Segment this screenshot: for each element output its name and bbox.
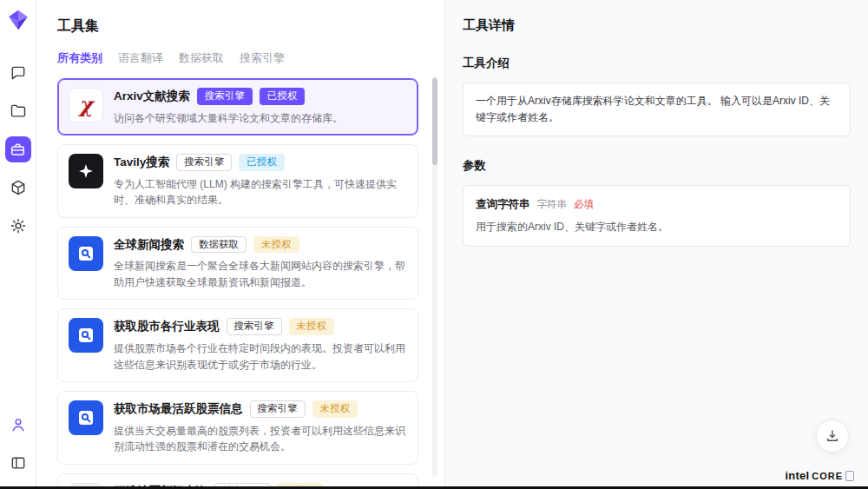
intel-wordmark: intel: [785, 469, 809, 482]
detail-title: 工具详情: [463, 17, 851, 34]
tool-title: 获取市场最活跃股票信息: [114, 401, 243, 417]
panel-toggle-icon[interactable]: [5, 450, 31, 476]
tool-card-stock-sectors[interactable]: 获取股市各行业表现 搜索引擎 未授权 提供股票市场各个行业在特定时间段内的表现。…: [57, 308, 418, 382]
params-section-label: 参数: [463, 158, 851, 174]
intro-section-label: 工具介绍: [463, 56, 851, 71]
list-scrollbar[interactable]: [432, 76, 437, 477]
tool-description: 访问各个研究领域大量科学论文和文章的存储库。: [114, 110, 407, 127]
app-window: 工具集 所有类别 语言翻译 数据获取 搜索引擎 χ Arxiv文献搜索 搜索引擎…: [0, 0, 868, 489]
param-type: 字符串: [537, 196, 568, 212]
auth-badge: 未授权: [312, 400, 358, 418]
download-button[interactable]: [816, 420, 849, 453]
param-required-flag: 必填: [574, 196, 594, 212]
download-icon: [825, 428, 840, 444]
param-description: 用于搜索的Arxiv ID、关键字或作者姓名。: [476, 219, 838, 235]
arxiv-icon: χ: [69, 88, 103, 122]
page-title: 工具集: [57, 17, 418, 36]
global-news-icon: [69, 236, 103, 271]
tool-card-tavily[interactable]: Tavily搜索 搜索引擎 已授权 专为人工智能代理 (LLM) 构建的搜索引擎…: [57, 144, 418, 218]
tool-description: 提供股票市场各个行业在特定时间段内的表现。投资者可以利用这些信息来识别表现优于或…: [114, 340, 407, 373]
category-badge: 搜索引擎: [250, 400, 306, 418]
auth-badge: 未授权: [253, 236, 299, 254]
tool-title: 获取股市各行业表现: [114, 319, 220, 334]
param-box: 查询字符串 字符串 必填 用于搜索的Arxiv ID、关键字或作者姓名。: [463, 185, 851, 246]
auth-badge: 未授权: [289, 318, 335, 335]
app-logo-icon: [7, 9, 30, 31]
intel-core-logo: intel CORE: [785, 469, 854, 482]
tool-description: 全球新闻搜索是一个聚合全球各大新闻网站内容的搜索引擎，帮助用户快速获取全球最新资…: [114, 258, 407, 290]
user-icon[interactable]: [5, 412, 31, 438]
tavily-icon: [69, 154, 103, 188]
tab-data-fetch[interactable]: 数据获取: [179, 50, 224, 66]
tool-title: Tavily搜索: [114, 155, 169, 170]
category-badge: 搜索引擎: [197, 88, 253, 105]
tool-card-global-news[interactable]: 全球新闻搜索 数据获取 未授权 全球新闻搜索是一个聚合全球各大新闻网站内容的搜索…: [57, 227, 418, 301]
gear-icon[interactable]: [5, 213, 31, 239]
tab-search-engine[interactable]: 搜索引擎: [240, 50, 285, 66]
chat-icon[interactable]: [5, 60, 31, 86]
category-badge: 数据获取: [191, 236, 247, 254]
auth-badge: 已授权: [239, 154, 285, 171]
sidebar-rail: [0, 0, 36, 489]
category-badge: 搜索引擎: [176, 154, 232, 171]
stock-sector-icon: [69, 318, 103, 353]
briefcase-icon[interactable]: [5, 136, 31, 162]
tab-all-categories[interactable]: 所有类别: [57, 50, 102, 66]
intel-chip-badge: [845, 471, 854, 481]
tool-description: 专为人工智能代理 (LLM) 构建的搜索引擎工具，可快速提供实时、准确和真实的结…: [114, 176, 407, 208]
tool-description: 提供当天交易量最高的股票列表，投资者可以利用这些信息来识别流动性强的股票和潜在的…: [114, 423, 407, 455]
active-stocks-icon: [69, 400, 103, 435]
tool-intro-box: 一个用于从Arxiv存储库搜索科学论文和文章的工具。 输入可以是Arxiv ID…: [463, 83, 851, 136]
param-name: 查询字符串: [476, 195, 530, 213]
cube-icon[interactable]: [5, 175, 31, 201]
tool-card-list: χ Arxiv文献搜索 搜索引擎 已授权 访问各个研究领域大量科学论文和文章的存…: [57, 78, 418, 489]
tool-detail-panel: 工具详情 工具介绍 一个用于从Arxiv存储库搜索科学论文和文章的工具。 输入可…: [444, 0, 868, 489]
category-badge: 搜索引擎: [227, 318, 282, 335]
auth-badge: 已授权: [260, 88, 306, 105]
tool-card-arxiv[interactable]: χ Arxiv文献搜索 搜索引擎 已授权 访问各个研究领域大量科学论文和文章的存…: [57, 78, 418, 135]
scrollbar-thumb[interactable]: [432, 78, 437, 165]
tool-title: Arxiv文献搜索: [114, 89, 190, 104]
category-tabs: 所有类别 语言翻译 数据获取 搜索引擎: [57, 50, 418, 66]
tab-language-translation[interactable]: 语言翻译: [118, 50, 163, 66]
tool-title: 全球新闻搜索: [114, 237, 184, 253]
folder-icon[interactable]: [5, 98, 31, 124]
core-wordmark: CORE: [812, 471, 843, 481]
tool-card-active-stocks[interactable]: 获取市场最活跃股票信息 搜索引擎 未授权 提供当天交易量最高的股票列表，投资者可…: [57, 391, 418, 465]
tool-list-panel: 工具集 所有类别 语言翻译 数据获取 搜索引擎 χ Arxiv文献搜索 搜索引擎…: [36, 0, 444, 489]
